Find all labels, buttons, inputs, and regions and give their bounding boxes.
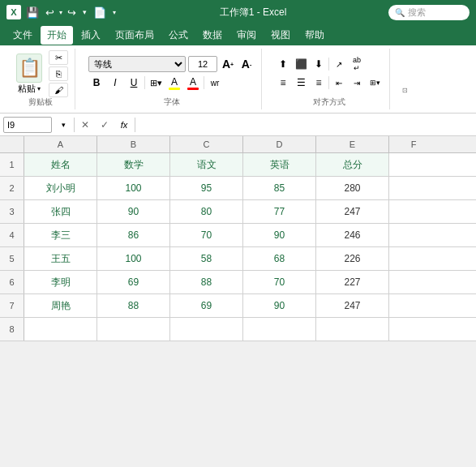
align-left-button[interactable]: ≡ [275, 75, 291, 91]
cell-a1[interactable]: 姓名 [24, 153, 97, 176]
cell-a8[interactable] [24, 318, 97, 341]
undo-dropdown[interactable]: ▾ [58, 8, 64, 17]
expand-formula-button[interactable]: ▾ [55, 117, 71, 133]
col-header-b[interactable]: B [97, 136, 170, 152]
cell-a2[interactable]: 刘小明 [24, 177, 97, 199]
decrease-indent-button[interactable]: ⇤ [331, 75, 347, 91]
undo-button[interactable]: ↩ [44, 6, 56, 19]
ribbon-expand-button[interactable]: ⊡ [397, 82, 413, 98]
cell-b5[interactable]: 100 [97, 247, 170, 270]
menu-insert[interactable]: 插入 [75, 26, 107, 45]
menu-view[interactable]: 视图 [264, 26, 297, 45]
save-button[interactable]: 💾 [24, 6, 41, 19]
cell-e5[interactable]: 226 [316, 247, 389, 270]
cell-d6[interactable]: 70 [243, 271, 316, 293]
font-color-button[interactable]: A [185, 75, 201, 91]
cell-b8[interactable] [97, 318, 170, 341]
cell-e6[interactable]: 227 [316, 271, 389, 293]
cell-b1[interactable]: 数学 [97, 153, 170, 176]
menu-page-layout[interactable]: 页面布局 [109, 26, 161, 45]
cell-c4[interactable]: 70 [170, 224, 243, 246]
paste-dropdown[interactable]: ▾ [37, 85, 41, 92]
cell-b4[interactable]: 86 [97, 224, 170, 246]
cell-d8[interactable] [243, 318, 316, 341]
cell-d5[interactable]: 68 [243, 247, 316, 270]
cell-d7[interactable]: 90 [243, 294, 316, 317]
font-size-input[interactable] [188, 56, 217, 72]
cell-e3[interactable]: 247 [316, 200, 389, 223]
align-middle-button[interactable]: ⬛ [293, 56, 309, 72]
decrease-font-button[interactable]: A- [238, 56, 255, 72]
cell-a7[interactable]: 周艳 [24, 294, 97, 317]
font-name-select[interactable]: 等线 [88, 56, 186, 72]
cell-e1[interactable]: 总分 [316, 153, 389, 176]
cell-b2[interactable]: 100 [97, 177, 170, 199]
cell-f2[interactable] [389, 177, 438, 199]
cell-a5[interactable]: 王五 [24, 247, 97, 270]
col-header-f[interactable]: F [389, 136, 438, 152]
menu-file[interactable]: 文件 [6, 26, 39, 45]
bold-button[interactable]: B [88, 75, 105, 91]
cell-a4[interactable]: 李三 [24, 224, 97, 246]
col-header-a[interactable]: A [24, 136, 97, 152]
border-button[interactable]: ⊞▾ [148, 75, 164, 91]
fill-color-button[interactable]: A [166, 75, 182, 91]
format-painter-button[interactable]: 🖌 [49, 83, 68, 97]
cell-f7[interactable] [389, 294, 438, 317]
cell-c5[interactable]: 58 [170, 247, 243, 270]
cell-d3[interactable]: 77 [243, 200, 316, 223]
wrap-text-button[interactable]: wr [207, 75, 223, 91]
align-bottom-button[interactable]: ⬇ [311, 56, 327, 72]
menu-help[interactable]: 帮助 [298, 26, 331, 45]
cell-a6[interactable]: 李明 [24, 271, 97, 293]
cell-e4[interactable]: 246 [316, 224, 389, 246]
cell-e8[interactable] [316, 318, 389, 341]
cell-e7[interactable]: 247 [316, 294, 389, 317]
align-top-button[interactable]: ⬆ [275, 56, 291, 72]
search-box[interactable]: 🔍 搜索 [388, 5, 470, 20]
wrap-text-button2[interactable]: ab↵ [349, 56, 365, 72]
rotate-text-button[interactable]: ↗ [331, 56, 347, 72]
cell-f3[interactable] [389, 200, 438, 223]
cell-e2[interactable]: 280 [316, 177, 389, 199]
insert-function-button[interactable]: fx [116, 117, 132, 133]
cell-c3[interactable]: 80 [170, 200, 243, 223]
col-header-d[interactable]: D [243, 136, 316, 152]
cell-d4[interactable]: 90 [243, 224, 316, 246]
cell-d2[interactable]: 85 [243, 177, 316, 199]
cell-f8[interactable] [389, 318, 438, 341]
cell-f1[interactable] [389, 153, 438, 176]
formula-input[interactable] [141, 117, 473, 133]
more-commands[interactable]: 📄 [92, 6, 108, 19]
commands-dropdown[interactable]: ▾ [111, 8, 118, 17]
merge-cell-button[interactable]: ⊞▾ [367, 75, 383, 91]
cell-c2[interactable]: 95 [170, 177, 243, 199]
align-center-button[interactable]: ☰ [293, 75, 309, 91]
cell-reference-box[interactable]: I9 [3, 117, 52, 133]
cell-f4[interactable] [389, 224, 438, 246]
cell-d1[interactable]: 英语 [243, 153, 316, 176]
cut-button[interactable]: ✂ [49, 50, 68, 65]
cell-b7[interactable]: 88 [97, 294, 170, 317]
increase-indent-button[interactable]: ⇥ [349, 75, 365, 91]
paste-button[interactable]: 📋 粘贴 ▾ [13, 52, 45, 96]
menu-data[interactable]: 数据 [196, 26, 229, 45]
cancel-formula-button[interactable]: ✕ [77, 117, 93, 133]
redo-button[interactable]: ↪ [66, 6, 78, 19]
cell-c1[interactable]: 语文 [170, 153, 243, 176]
confirm-formula-button[interactable]: ✓ [96, 117, 113, 133]
italic-button[interactable]: I [107, 75, 123, 91]
cell-f6[interactable] [389, 271, 438, 293]
customize-quick-access[interactable]: ▾ [81, 7, 88, 17]
underline-button[interactable]: U [126, 75, 142, 91]
cell-c6[interactable]: 88 [170, 271, 243, 293]
align-right-button[interactable]: ≡ [311, 75, 327, 91]
col-header-c[interactable]: C [170, 136, 243, 152]
col-header-e[interactable]: E [316, 136, 389, 152]
cell-b3[interactable]: 90 [97, 200, 170, 223]
menu-formula[interactable]: 公式 [162, 26, 195, 45]
cell-b6[interactable]: 69 [97, 271, 170, 293]
menu-home[interactable]: 开始 [41, 26, 73, 45]
cell-c7[interactable]: 69 [170, 294, 243, 317]
cell-f5[interactable] [389, 247, 438, 270]
